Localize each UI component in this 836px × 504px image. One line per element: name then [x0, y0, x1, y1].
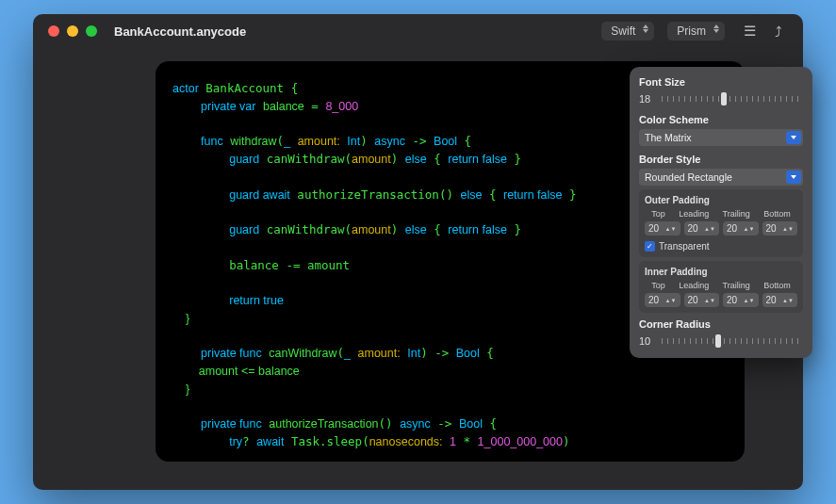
traffic-lights	[48, 25, 97, 37]
chevron-down-icon	[786, 171, 801, 184]
corner-radius-label: Corner Radius	[639, 318, 803, 330]
outer-bottom-stepper[interactable]: 20▲▼	[762, 221, 798, 236]
language-select[interactable]: Swift	[601, 22, 654, 41]
minimize-icon[interactable]	[67, 25, 78, 37]
font-size-label: Font Size	[639, 76, 803, 88]
corner-radius-value: 10	[639, 335, 656, 347]
outer-top-stepper[interactable]: 20▲▼	[645, 221, 680, 236]
font-size-slider[interactable]	[662, 91, 803, 106]
share-icon[interactable]: ⤴	[775, 24, 782, 40]
inner-bottom-stepper[interactable]: 20▲▼	[762, 293, 798, 307]
settings-icon[interactable]: ☰	[744, 23, 756, 40]
settings-panel: Font Size 18 Color Scheme The Matrix Bor…	[630, 67, 812, 358]
app-window: BankAccount.anycode Swift Prism ☰ ⤴ acto…	[33, 14, 803, 490]
color-scheme-select[interactable]: The Matrix	[639, 129, 803, 146]
outer-padding-group: Outer Padding TopLeadingTrailingBottom 2…	[639, 189, 803, 257]
inner-top-stepper[interactable]: 20▲▼	[645, 293, 680, 307]
chevron-down-icon	[786, 131, 801, 144]
font-size-value: 18	[639, 93, 656, 105]
outer-leading-stepper[interactable]: 20▲▼	[684, 221, 720, 236]
inner-leading-stepper[interactable]: 20▲▼	[684, 293, 720, 307]
corner-radius-slider[interactable]	[662, 333, 803, 349]
inner-padding-group: Inner Padding TopLeadingTrailingBottom 2…	[639, 261, 803, 313]
titlebar: BankAccount.anycode Swift Prism ☰ ⤴	[33, 14, 803, 48]
window-title: BankAccount.anycode	[114, 24, 246, 39]
outer-trailing-stepper[interactable]: 20▲▼	[723, 221, 759, 236]
theme-select[interactable]: Prism	[667, 22, 725, 41]
fullscreen-icon[interactable]	[86, 25, 97, 37]
color-scheme-label: Color Scheme	[639, 114, 803, 125]
check-icon: ✓	[645, 241, 655, 252]
border-style-label: Border Style	[639, 154, 803, 165]
close-icon[interactable]	[48, 25, 59, 37]
border-style-select[interactable]: Rounded Rectangle	[639, 169, 803, 186]
inner-trailing-stepper[interactable]: 20▲▼	[723, 293, 759, 307]
transparent-checkbox[interactable]: ✓Transparent	[645, 241, 797, 252]
